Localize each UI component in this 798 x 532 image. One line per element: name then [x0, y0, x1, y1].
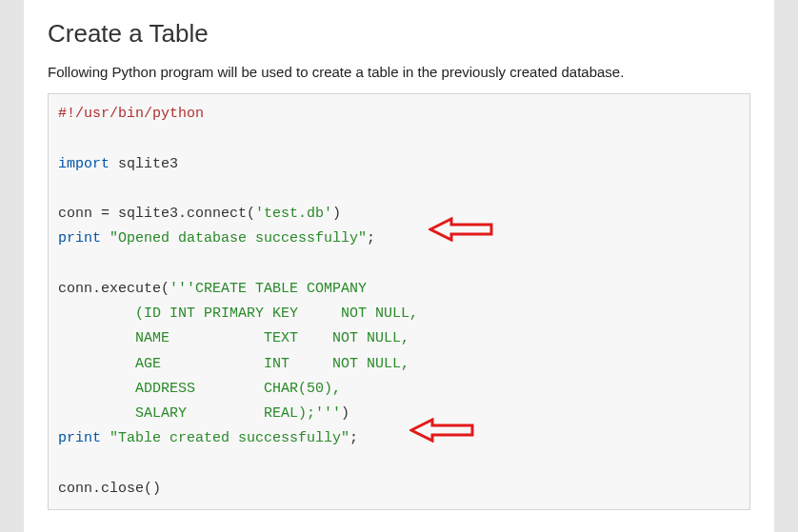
- code-sql-line6: SALARY REAL);''': [58, 405, 341, 422]
- code-conn2: conn: [58, 281, 92, 297]
- code-paren-open: (: [247, 206, 255, 222]
- code-print2-keyword: print: [58, 430, 101, 446]
- code-conn-var: conn: [58, 206, 101, 222]
- code-paren-open2: (: [161, 281, 170, 297]
- code-sqlite3: sqlite3: [110, 206, 178, 222]
- code-close-parens: (): [144, 481, 161, 497]
- code-print1-keyword: print: [58, 230, 101, 246]
- annotation-arrow-2: [409, 418, 476, 443]
- code-space2: [101, 430, 110, 446]
- code-print2-semi: ;: [349, 430, 358, 446]
- page-heading: Create a Table: [48, 19, 750, 49]
- code-equals: =: [101, 206, 110, 222]
- code-block-wrapper: #!/usr/bin/python import sqlite3 conn = …: [48, 93, 750, 510]
- code-execute-fn: execute: [101, 281, 161, 297]
- code-print2-string: "Table created successfully": [110, 430, 349, 446]
- code-connect-arg: 'test.db': [255, 206, 332, 222]
- code-connect-fn: connect: [187, 206, 247, 222]
- code-import-keyword: import: [58, 156, 110, 172]
- code-print1-semi: ;: [367, 230, 375, 246]
- code-print1-string: "Opened database successfully": [110, 230, 367, 246]
- intro-paragraph: Following Python program will be used to…: [48, 62, 750, 82]
- code-block: #!/usr/bin/python import sqlite3 conn = …: [48, 93, 750, 510]
- code-sql-line3: NAME TEXT NOT NULL,: [58, 330, 409, 346]
- document-content: Create a Table Following Python program …: [24, 0, 774, 532]
- code-dot3: .: [92, 481, 101, 497]
- code-sql-line5: ADDRESS CHAR(50),: [58, 381, 341, 397]
- code-sql-line1: '''CREATE TABLE COMPANY: [170, 281, 367, 297]
- code-sql-line4: AGE INT NOT NULL,: [58, 356, 409, 372]
- code-dot: .: [178, 206, 187, 222]
- code-close-fn: close: [101, 481, 144, 497]
- annotation-arrow-1: [429, 217, 495, 242]
- code-dot2: .: [92, 281, 101, 297]
- code-paren-close: ): [332, 206, 341, 222]
- code-import-module: sqlite3: [110, 156, 178, 172]
- code-conn3: conn: [58, 481, 92, 497]
- code-shebang: #!/usr/bin/python: [58, 106, 204, 122]
- code-paren-close2: ): [341, 405, 349, 422]
- code-sql-line2: (ID INT PRIMARY KEY NOT NULL,: [58, 305, 418, 322]
- code-space: [101, 230, 110, 246]
